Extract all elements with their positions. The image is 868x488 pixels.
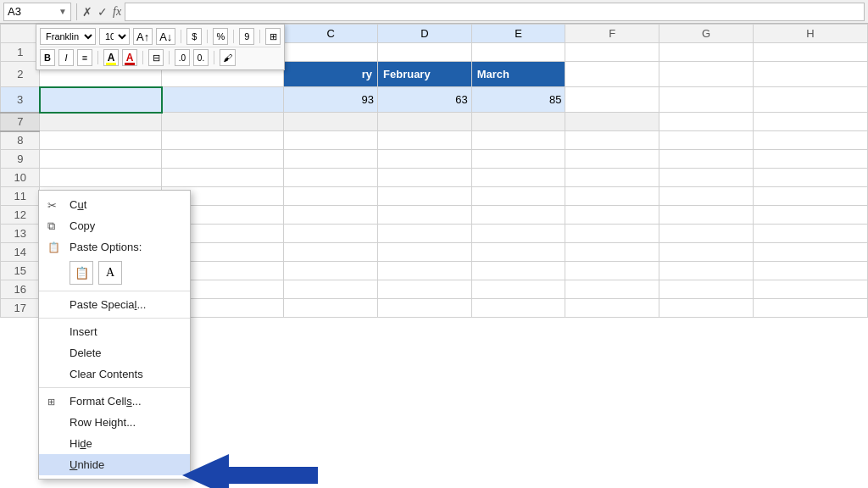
cell-e13[interactable] <box>471 225 565 243</box>
function-icon[interactable]: fx <box>113 5 121 19</box>
cell-d3[interactable]: 63 <box>378 87 472 113</box>
cell-g12[interactable] <box>659 206 754 225</box>
row-header-7[interactable]: 7 <box>1 113 40 131</box>
row-header-15[interactable]: 15 <box>1 262 40 280</box>
col-header-e[interactable]: E <box>471 25 565 43</box>
cell-h13[interactable] <box>753 225 867 243</box>
cell-c3[interactable]: 93 <box>284 87 378 113</box>
cell-d9[interactable] <box>378 150 472 169</box>
font-name-select[interactable]: Franklin <box>40 28 96 45</box>
formula-input[interactable] <box>125 3 865 21</box>
cell-b3[interactable] <box>162 87 284 113</box>
cell-h2[interactable] <box>753 62 867 87</box>
cell-c12[interactable] <box>284 206 378 225</box>
dollar-button[interactable]: $ <box>186 28 202 45</box>
cell-d10[interactable] <box>378 169 472 187</box>
cell-f9[interactable] <box>565 150 659 169</box>
paint-format-button[interactable]: 🖌 <box>220 49 236 66</box>
row-header-10[interactable]: 10 <box>1 169 40 187</box>
cell-c1[interactable] <box>284 43 378 62</box>
row-header-8[interactable]: 8 <box>1 131 40 150</box>
row-header-3[interactable]: 3 <box>1 87 40 113</box>
highlight-button[interactable]: A <box>103 49 119 66</box>
context-menu-delete[interactable]: Delete <box>39 342 190 363</box>
bold-button[interactable]: B <box>40 49 55 66</box>
row-header-9[interactable]: 9 <box>1 150 40 169</box>
row-header-1[interactable]: 1 <box>1 43 40 62</box>
cell-d13[interactable] <box>378 225 472 243</box>
cell-e11[interactable] <box>471 187 565 206</box>
cell-f3[interactable] <box>565 87 659 113</box>
cell-g15[interactable] <box>659 262 754 280</box>
cell-a7[interactable] <box>40 113 162 131</box>
context-menu-cut[interactable]: ✂ Cut <box>39 194 190 215</box>
font-shrink-button[interactable]: A↓ <box>156 28 175 45</box>
cell-e12[interactable] <box>471 206 565 225</box>
cell-h11[interactable] <box>753 187 867 206</box>
cell-h7[interactable] <box>753 113 867 131</box>
cell-f7[interactable] <box>565 113 659 131</box>
cell-b10[interactable] <box>162 169 284 187</box>
context-menu-unhide[interactable]: Unhide <box>39 454 190 475</box>
cell-c8[interactable] <box>284 131 378 150</box>
cell-d16[interactable] <box>378 280 472 299</box>
font-grow-button[interactable]: A↑ <box>133 28 153 45</box>
cell-f10[interactable] <box>565 169 659 187</box>
cell-d11[interactable] <box>378 187 472 206</box>
cell-f13[interactable] <box>565 225 659 243</box>
cell-e2[interactable]: March <box>471 62 565 87</box>
font-size-select[interactable]: 10 <box>99 28 130 45</box>
cell-f15[interactable] <box>565 262 659 280</box>
cell-h1[interactable] <box>753 43 867 62</box>
cell-c2[interactable]: ry <box>284 62 378 87</box>
cell-h8[interactable] <box>753 131 867 150</box>
cell-h14[interactable] <box>753 243 867 262</box>
cell-g1[interactable] <box>659 43 754 62</box>
cell-c7[interactable] <box>284 113 378 131</box>
cell-d15[interactable] <box>378 262 472 280</box>
cell-g16[interactable] <box>659 280 754 299</box>
cell-e1[interactable] <box>471 43 565 62</box>
cell-d12[interactable] <box>378 206 472 225</box>
row-header-17[interactable]: 17 <box>1 299 40 318</box>
cell-d17[interactable] <box>378 299 472 318</box>
cell-h3[interactable] <box>753 87 867 113</box>
cell-b9[interactable] <box>162 150 284 169</box>
cell-g9[interactable] <box>659 150 754 169</box>
borders-button[interactable]: ⊞ <box>265 28 281 45</box>
cell-b8[interactable] <box>162 131 284 150</box>
cell-f11[interactable] <box>565 187 659 206</box>
italic-button[interactable]: I <box>58 49 74 66</box>
cell-f12[interactable] <box>565 206 659 225</box>
dec-decimal-button[interactable]: 0. <box>193 49 209 66</box>
cell-a9[interactable] <box>40 150 162 169</box>
cell-f14[interactable] <box>565 243 659 262</box>
cell-g17[interactable] <box>659 299 754 318</box>
cell-b7[interactable] <box>162 113 284 131</box>
cell-d1[interactable] <box>378 43 472 62</box>
cell-e7[interactable] <box>471 113 565 131</box>
cell-g14[interactable] <box>659 243 754 262</box>
cell-f16[interactable] <box>565 280 659 299</box>
cell-h15[interactable] <box>753 262 867 280</box>
paste-icon-format[interactable]: A <box>98 261 122 285</box>
font-color-button[interactable]: A <box>122 49 137 66</box>
cell-h9[interactable] <box>753 150 867 169</box>
comma-button[interactable]: 9 <box>239 28 254 45</box>
cell-e15[interactable] <box>471 262 565 280</box>
col-header-d[interactable]: D <box>378 25 472 43</box>
context-menu-copy[interactable]: ⧉ Copy <box>39 215 190 236</box>
cell-g8[interactable] <box>659 131 754 150</box>
inc-decimal-button[interactable]: .0 <box>175 49 190 66</box>
underline-button[interactable]: ≡ <box>77 49 92 66</box>
row-header-2[interactable]: 2 <box>1 62 40 87</box>
cell-reference-box[interactable]: A3 ▼ <box>3 3 71 21</box>
cell-d2[interactable]: February <box>378 62 472 87</box>
cell-a10[interactable] <box>40 169 162 187</box>
col-header-c[interactable]: C <box>284 25 378 43</box>
col-header-h[interactable]: H <box>753 25 867 43</box>
cell-c9[interactable] <box>284 150 378 169</box>
cell-f2[interactable] <box>565 62 659 87</box>
cell-e3[interactable]: 85 <box>471 87 565 113</box>
cell-g7[interactable] <box>659 113 754 131</box>
